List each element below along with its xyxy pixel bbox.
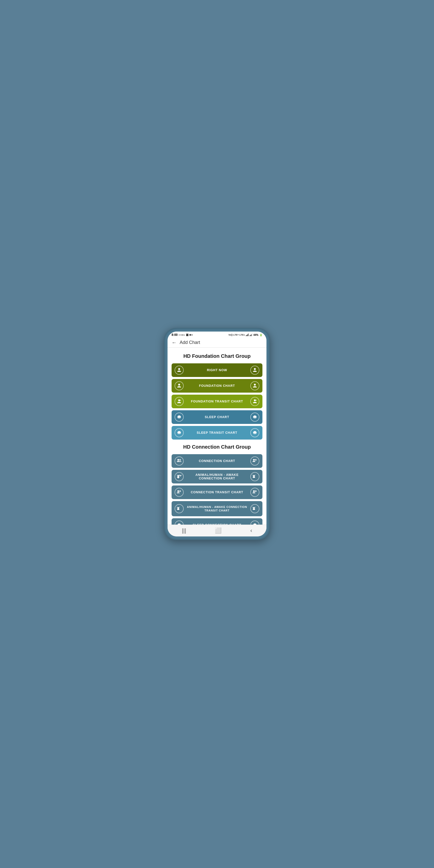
connection-transit-chart-button[interactable]: CONNECTION TRANSIT CHART [172, 486, 262, 499]
connection-group-title: HD Connection Chart Group [172, 443, 262, 450]
sleep-chart-label: SLEEP CHART [184, 415, 250, 419]
back-button[interactable]: ← [172, 340, 177, 345]
svg-point-27 [180, 475, 181, 477]
svg-point-19 [254, 432, 254, 432]
animal-human-awake-label: ANIMAL/HUMAN - AWAKE CONNECTION CHART [184, 473, 250, 480]
foundation-chart-icon-left [175, 381, 184, 390]
svg-point-26 [177, 476, 179, 478]
sleep-svg-left [176, 414, 182, 420]
sleep-connection-svg-right [252, 522, 258, 525]
animal-transit-svg-left [176, 506, 182, 512]
page-title: Add Chart [180, 340, 200, 345]
transit-person-svg-right [252, 399, 258, 404]
bottom-nav: ||| ⬜ ‹ [167, 525, 267, 536]
connection-icon-left [175, 457, 184, 466]
nav-home[interactable]: ⬜ [215, 527, 221, 534]
nav-recent-apps[interactable]: ||| [182, 527, 186, 534]
sleep-connection-icon-left [175, 521, 184, 525]
svg-point-9 [178, 415, 181, 418]
svg-point-21 [177, 459, 179, 461]
animal-svg-left [176, 474, 182, 479]
foundation-person-svg-left [176, 383, 182, 389]
two-persons-transit-svg-left [176, 490, 182, 495]
two-persons-transit-svg-right [252, 490, 258, 495]
svg-point-30 [177, 490, 179, 492]
sleep-transit-icon-left [175, 428, 184, 437]
transit-person-svg-left: ↑ [176, 399, 182, 404]
svg-point-8 [256, 400, 257, 401]
right-now-button[interactable]: RIGHT NOW [172, 363, 262, 377]
foundation-chart-icon-right [250, 381, 259, 390]
connection-transit-icon-left [175, 488, 184, 497]
sleep-transit-icon-right [250, 428, 259, 437]
animal-human-transit-icon-right [250, 504, 259, 513]
sleep-connection-chart-button[interactable]: SLEEP CONNECTION CHART [172, 518, 262, 525]
person-svg-right [252, 367, 258, 373]
svg-point-1 [254, 368, 256, 370]
nav-back[interactable]: ‹ [250, 527, 252, 534]
animal-human-icon-left [175, 472, 184, 481]
svg-point-22 [179, 459, 181, 461]
sleep-svg-right [252, 414, 258, 420]
person-svg-left [176, 367, 182, 373]
foundation-chart-button[interactable]: FOUNDATION CHART [172, 379, 262, 393]
sleep-connection-svg-left [176, 522, 182, 525]
connection-transit-icon-right [250, 488, 259, 497]
animal-human-transit-button[interactable]: ANIMAL/HUMAN - AWAKE CONNECTION TRANSIT … [172, 501, 262, 516]
svg-point-25 [178, 475, 179, 477]
sleep-transit-chart-button[interactable]: SLEEP TRANSIT CHART [172, 426, 262, 439]
svg-point-20 [255, 432, 256, 432]
sleep-chart-icon-right [250, 412, 259, 422]
phone-frame: 8:00 0 KB/s 🖼 ✉ • Vo)) LTE+ LTE1 44% 🔋 ←… [164, 328, 270, 540]
svg-point-3 [254, 384, 256, 385]
svg-point-28 [253, 475, 255, 477]
carrier-label: Vo)) LTE+ LTE1 [228, 334, 245, 336]
svg-point-15 [178, 431, 181, 434]
main-content: HD Foundation Chart Group RIGHT NOW [167, 348, 267, 525]
connection-chart-label: CONNECTION CHART [184, 459, 250, 463]
svg-point-12 [253, 415, 257, 418]
foundation-transit-chart-label: FOUNDATION TRANSIT CHART [184, 400, 250, 403]
svg-point-0 [178, 368, 180, 370]
foundation-transit-chart-button[interactable]: ↑ FOUNDATION TRANSIT CHART [172, 395, 262, 408]
svg-point-34 [178, 507, 179, 509]
svg-text:↑: ↑ [180, 400, 181, 401]
connection-chart-button[interactable]: CONNECTION CHART [172, 454, 262, 468]
foundation-chart-label: FOUNDATION CHART [184, 384, 250, 388]
app-bar: ← Add Chart [167, 338, 267, 348]
animal-human-transit-icon-left [175, 504, 184, 513]
phone-screen: 8:00 0 KB/s 🖼 ✉ • Vo)) LTE+ LTE1 44% 🔋 ←… [167, 332, 267, 536]
status-left: 8:00 0 KB/s 🖼 ✉ • [172, 333, 193, 337]
right-now-label: RIGHT NOW [184, 368, 250, 372]
animal-human-transit-label: ANIMAL/HUMAN - AWAKE CONNECTION TRANSIT … [184, 505, 250, 513]
svg-point-35 [177, 508, 179, 510]
sleep-chart-icon-left [175, 412, 184, 422]
svg-point-37 [253, 508, 255, 510]
two-persons-svg-left [176, 458, 182, 464]
svg-point-31 [179, 490, 181, 492]
sleep-transit-svg-right [252, 430, 258, 435]
animal-svg-right [252, 474, 258, 479]
sleep-chart-button[interactable]: SLEEP CHART [172, 410, 262, 424]
svg-point-33 [255, 490, 256, 492]
animal-human-icon-right [250, 472, 259, 481]
svg-point-16 [178, 432, 179, 432]
signal-bars-2 [250, 334, 252, 336]
sleep-transit-svg-left [176, 430, 182, 435]
svg-point-29 [253, 476, 255, 478]
svg-point-2 [178, 384, 180, 385]
status-right: Vo)) LTE+ LTE1 44% 🔋 [228, 334, 262, 336]
svg-point-13 [254, 416, 254, 416]
foundation-transit-icon-left: ↑ [175, 397, 184, 406]
sleep-connection-icon-right [250, 521, 259, 525]
svg-point-36 [253, 507, 255, 509]
animal-transit-svg-right [252, 506, 258, 512]
animal-human-awake-connection-button[interactable]: ANIMAL/HUMAN - AWAKE CONNECTION CHART [172, 470, 262, 484]
svg-point-23 [253, 459, 255, 461]
svg-point-32 [253, 490, 255, 492]
foundation-group-title: HD Foundation Chart Group [172, 353, 262, 359]
status-bar: 8:00 0 KB/s 🖼 ✉ • Vo)) LTE+ LTE1 44% 🔋 [167, 332, 267, 338]
svg-point-14 [255, 416, 256, 416]
battery-label: 44% [253, 334, 258, 336]
svg-point-10 [178, 416, 179, 416]
